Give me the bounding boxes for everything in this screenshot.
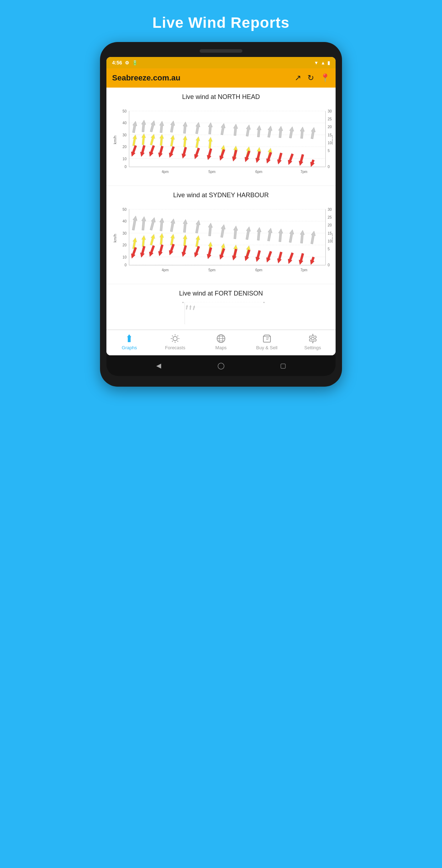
svg-text:0: 0 xyxy=(125,165,127,169)
svg-marker-143 xyxy=(309,256,316,265)
forecasts-icon xyxy=(170,334,180,344)
svg-marker-37 xyxy=(278,126,283,138)
bottom-nav: Graphs Forecasts xyxy=(106,330,336,355)
svg-marker-128 xyxy=(139,246,146,258)
svg-marker-154 xyxy=(189,305,191,310)
nav-item-settings[interactable]: Settings xyxy=(299,334,327,350)
content-area: Live wind at NORTH HEAD xyxy=(106,88,336,355)
svg-marker-117 xyxy=(141,235,146,247)
svg-text:50: 50 xyxy=(182,302,184,303)
share-icon[interactable]: ↗ xyxy=(295,73,301,83)
svg-text:5: 5 xyxy=(328,149,330,153)
svg-marker-32 xyxy=(220,123,226,135)
nav-label-buy-sell: Buy & Sell xyxy=(256,345,278,350)
svg-line-162 xyxy=(172,336,173,336)
battery-icon: ▮ xyxy=(327,60,330,66)
nav-item-forecasts[interactable]: Forecasts xyxy=(161,334,189,350)
svg-text:10: 10 xyxy=(122,157,127,161)
svg-marker-68 xyxy=(286,153,295,166)
svg-text:0: 0 xyxy=(328,263,330,267)
time-display: 4:56 xyxy=(112,60,122,66)
chart-section-sydney-harbour: Live wind at SYDNEY HARBOUR xyxy=(106,186,336,284)
app-bar-icons: ↗ ↻ 📍 xyxy=(295,73,330,83)
svg-line-164 xyxy=(178,336,178,336)
chart1-title: Live wind at NORTH HEAD xyxy=(109,93,333,101)
nav-label-maps: Maps xyxy=(215,345,227,350)
svg-text:0: 0 xyxy=(328,165,330,169)
svg-text:20: 20 xyxy=(122,243,127,247)
svg-marker-153 xyxy=(186,305,188,309)
svg-marker-57 xyxy=(157,146,164,158)
svg-marker-45 xyxy=(169,135,175,147)
svg-text:30: 30 xyxy=(328,208,332,211)
chart3-container: 50 30 xyxy=(109,301,333,329)
chart1-container: 50 40 30 20 10 0 30 25 20 15 10 5 0 xyxy=(109,104,333,183)
chart2-title: Live wind at SYDNEY HARBOUR xyxy=(109,192,333,199)
svg-marker-113 xyxy=(288,229,294,243)
home-button[interactable]: ◯ xyxy=(216,360,226,371)
svg-marker-44 xyxy=(159,134,164,146)
svg-marker-155 xyxy=(193,305,195,310)
svg-text:4pm: 4pm xyxy=(162,170,169,174)
svg-text:5: 5 xyxy=(328,247,330,251)
maps-icon xyxy=(216,334,226,344)
svg-marker-43 xyxy=(149,134,156,146)
svg-text:6pm: 6pm xyxy=(256,170,263,174)
svg-text:5pm: 5pm xyxy=(209,170,216,174)
svg-line-165 xyxy=(172,341,173,341)
svg-marker-120 xyxy=(169,234,175,246)
signal-icon: ▲ xyxy=(321,60,325,66)
svg-point-174 xyxy=(311,337,314,340)
svg-marker-25 xyxy=(141,120,146,132)
svg-marker-60 xyxy=(193,147,201,160)
svg-text:50: 50 xyxy=(122,109,127,113)
svg-text:10: 10 xyxy=(122,255,127,259)
svg-marker-136 xyxy=(231,249,238,261)
svg-marker-115 xyxy=(310,231,316,244)
svg-marker-28 xyxy=(169,120,176,132)
svg-text:15: 15 xyxy=(328,133,332,137)
buy-sell-icon xyxy=(262,334,272,344)
svg-marker-70 xyxy=(309,159,315,167)
nav-item-buy-sell[interactable]: Buy & Sell xyxy=(253,334,281,350)
svg-marker-65 xyxy=(254,151,262,163)
recents-button[interactable]: ▢ xyxy=(278,360,289,371)
svg-marker-138 xyxy=(254,250,262,262)
phone-notch xyxy=(200,49,242,53)
svg-marker-130 xyxy=(157,244,164,256)
page-title: Live Wind Reports xyxy=(152,14,289,31)
svg-marker-116 xyxy=(131,237,138,249)
svg-text:knots: knots xyxy=(331,135,333,145)
svg-marker-39 xyxy=(300,127,305,138)
svg-marker-107 xyxy=(220,224,226,238)
app-bar: Seabreeze.com.au ↗ ↻ 📍 xyxy=(106,68,336,88)
svg-text:20: 20 xyxy=(122,145,127,149)
svg-marker-134 xyxy=(206,247,213,259)
svg-marker-26 xyxy=(149,120,156,132)
svg-marker-27 xyxy=(159,121,164,133)
svg-marker-110 xyxy=(256,227,262,240)
nav-label-graphs: Graphs xyxy=(122,345,137,350)
svg-text:0: 0 xyxy=(125,263,127,267)
refresh-icon[interactable]: ↻ xyxy=(307,73,314,83)
svg-marker-58 xyxy=(168,146,176,158)
svg-marker-35 xyxy=(256,125,262,137)
svg-marker-129 xyxy=(148,245,156,257)
back-button[interactable]: ◀ xyxy=(153,360,164,371)
nav-item-maps[interactable]: Maps xyxy=(207,334,235,350)
svg-marker-30 xyxy=(195,122,201,134)
svg-marker-140 xyxy=(276,251,283,263)
svg-marker-122 xyxy=(194,235,201,247)
svg-text:30: 30 xyxy=(122,231,127,235)
svg-line-163 xyxy=(178,341,178,341)
svg-text:25: 25 xyxy=(328,117,332,121)
nav-item-graphs[interactable]: Graphs xyxy=(115,334,143,350)
settings-status-icon: ⚙ xyxy=(125,60,129,66)
svg-marker-119 xyxy=(159,233,164,245)
svg-text:30: 30 xyxy=(263,302,265,303)
nav-label-settings: Settings xyxy=(304,345,321,350)
location-icon[interactable]: 📍 xyxy=(320,73,330,83)
svg-marker-31 xyxy=(207,122,213,134)
svg-marker-59 xyxy=(181,147,188,159)
svg-text:15: 15 xyxy=(328,231,332,235)
